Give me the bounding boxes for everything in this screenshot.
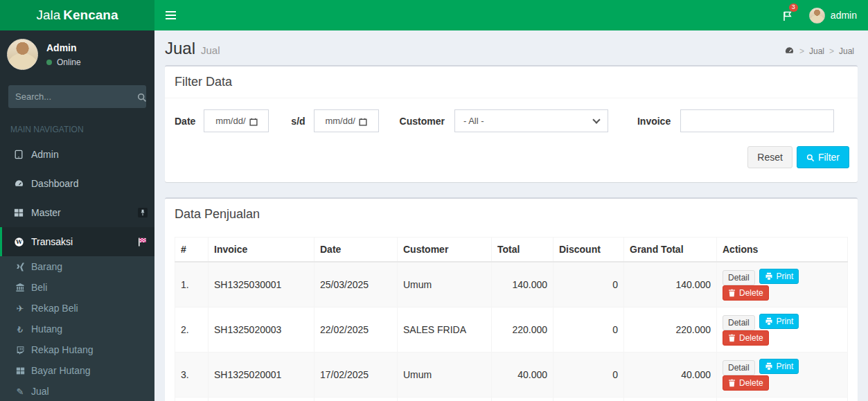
cell-customer: Umum (398, 262, 492, 308)
table-header-invoice: Invoice (209, 238, 315, 262)
table-header-actions: Actions (717, 238, 848, 262)
cell-actions: Detail Print Delete (717, 262, 848, 308)
cell-date: 17/02/2025 (315, 353, 398, 398)
sales-box-title: Data Penjualan (165, 199, 858, 230)
cell-grand-total: 220.000 (624, 308, 717, 353)
sidebar-subitem-hutang[interactable]: ₺ Hutang (0, 319, 154, 339)
pencil-icon: ✎ (12, 387, 28, 396)
sidebar-toggle-button[interactable] (154, 0, 186, 30)
table-row: 1. SH1325030001 25/03/2025 Umum 140.000 … (175, 262, 848, 308)
pin-icon (138, 208, 148, 217)
brand-logo[interactable]: Jala Kencana (0, 0, 154, 30)
table-row: 2. SH1325020003 22/02/2025 SALES FRIDA 2… (175, 308, 848, 353)
cell-grand-total: 40.000 (624, 353, 717, 398)
dashboard-icon (10, 179, 27, 189)
cell-no: 3. (175, 353, 209, 398)
sidebar-subitem-barang[interactable]: Barang (0, 256, 154, 277)
cell-discount: 0 (553, 262, 624, 308)
sales-table: #InvoiceDateCustomerTotalDiscountGrand T… (175, 237, 848, 401)
sidebar-search (8, 85, 146, 108)
nav-section-label: MAIN NAVIGATION (0, 115, 154, 140)
calendar-icon[interactable] (249, 116, 258, 126)
printer-icon (765, 317, 773, 326)
search-input[interactable] (15, 91, 137, 102)
sidebar-item-dashboard[interactable]: Dashboard (0, 169, 154, 198)
printer-icon (765, 272, 773, 280)
content-header: JualJual > Jual > Jual (154, 30, 868, 65)
detail-button[interactable]: Detail (723, 270, 755, 285)
navbar-username: admin (831, 10, 857, 21)
sidebar-item-master[interactable]: Master (0, 198, 154, 227)
search-icon[interactable] (137, 91, 147, 102)
print-button[interactable]: Print (759, 359, 799, 374)
cell-customer: Umum (398, 398, 492, 401)
breadcrumb-separator: > (799, 46, 804, 56)
online-dot-icon (46, 60, 52, 65)
sidebar-subitem-rekap-hutang[interactable]: Rekap Hutang (0, 339, 154, 360)
printer-icon (765, 362, 773, 371)
delete-button[interactable]: Delete (723, 285, 769, 301)
sidebar-subitem-jual[interactable]: ✎ Jual (0, 381, 154, 401)
avatar (7, 39, 38, 70)
wordpress-icon: W (10, 237, 27, 247)
page-title: Jual (165, 39, 195, 57)
table-header-total: Total (492, 238, 553, 262)
th-large-icon (10, 208, 27, 217)
customer-select[interactable]: - All - (454, 109, 608, 132)
table-row: 4. SH1325020002 17/02/2025 Umum 680.000 … (175, 398, 848, 401)
notification-badge: 3 (789, 3, 798, 12)
twitch-icon (12, 346, 28, 355)
cell-no: 2. (175, 308, 209, 353)
tablet-icon (10, 150, 27, 159)
date-to-input[interactable]: mm/dd/ (314, 109, 379, 132)
cell-total: 220.000 (492, 308, 553, 353)
print-button[interactable]: Print (759, 269, 799, 284)
brand-name-light: Jala (36, 8, 60, 23)
notifications-menu[interactable]: 3 (773, 0, 802, 30)
cell-invoice: SH1325020003 (209, 308, 315, 353)
top-navbar: 3 admin (154, 0, 868, 30)
cell-customer: Umum (398, 353, 492, 398)
cell-total: 140.000 (492, 262, 553, 308)
table-header-row: #InvoiceDateCustomerTotalDiscountGrand T… (175, 238, 848, 262)
page-subtitle: Jual (201, 44, 220, 56)
sidebar-subitem-beli[interactable]: Beli (0, 277, 154, 298)
trash-icon (728, 334, 736, 342)
filter-actions: Reset Filter (165, 132, 858, 182)
sd-label: s/d (291, 116, 305, 127)
sidebar: Jala Kencana Admin Online MAIN NAVIGATIO… (0, 0, 154, 401)
cell-customer: SALES FRIDA (398, 308, 492, 353)
user-menu[interactable]: admin (802, 0, 868, 30)
breadcrumb-item[interactable]: Jual (809, 46, 824, 56)
xing-icon (12, 262, 28, 271)
trash-icon (728, 289, 736, 297)
delete-button[interactable]: Delete (723, 375, 769, 391)
cell-no: 4. (175, 398, 209, 401)
user-panel: Admin Online (0, 30, 154, 78)
cell-date: 25/03/2025 (315, 262, 398, 308)
svg-text:W: W (15, 239, 23, 245)
windows-icon (12, 366, 28, 375)
filter-box-title: Filter Data (165, 66, 858, 98)
invoice-input[interactable] (680, 109, 834, 132)
cell-actions: Detail Print Delete (717, 398, 848, 401)
reset-button[interactable]: Reset (747, 146, 792, 168)
sidebar-subitem-bayar-hutang[interactable]: Bayar Hutang (0, 360, 154, 381)
cell-actions: Detail Print Delete (717, 308, 848, 353)
delete-button[interactable]: Delete (723, 330, 769, 346)
cell-invoice: SH1325030001 (209, 262, 315, 308)
detail-button[interactable]: Detail (723, 315, 755, 330)
breadcrumb-item[interactable]: Jual (839, 46, 854, 56)
date-from-input[interactable]: mm/dd/ (204, 109, 269, 132)
sidebar-subitem-rekap-beli[interactable]: ✈ Rekap Beli (0, 298, 154, 319)
sidebar-item-transaksi[interactable]: W Transaksi (0, 227, 154, 256)
filter-button[interactable]: Filter (797, 146, 849, 168)
cell-discount: 0 (553, 308, 624, 353)
detail-button[interactable]: Detail (723, 360, 755, 375)
sales-box: Data Penjualan #InvoiceDateCustomerTotal… (165, 197, 858, 401)
calendar-icon[interactable] (359, 116, 367, 126)
dashboard-icon[interactable] (784, 46, 795, 56)
sidebar-item-admin[interactable]: Admin (0, 140, 154, 169)
sidebar-menu: Admin Dashboard Master W Transaksi Baran… (0, 140, 154, 401)
print-button[interactable]: Print (759, 314, 799, 329)
